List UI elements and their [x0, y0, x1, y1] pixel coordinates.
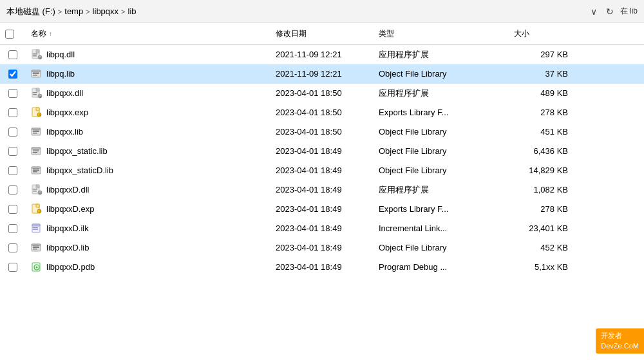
file-name-cell: ⚙ libpqxxD.exp: [26, 204, 270, 215]
file-modified: 2023-04-01 18:50: [270, 108, 374, 117]
file-modified: 2023-04-01 18:49: [270, 243, 374, 252]
file-name: libpq.dll: [46, 50, 75, 59]
table-row[interactable]: libpqxx_staticD.lib 2023-04-01 18:49 Obj…: [0, 161, 644, 180]
breadcrumb-libpqxx[interactable]: libpqxx: [93, 6, 118, 16]
lib-icon: [31, 68, 43, 80]
row-checkbox-cell[interactable]: [0, 89, 26, 98]
file-list: ⚙ libpq.dll 2021-11-09 12:21 应用程序扩展 297 …: [0, 45, 644, 277]
file-type: Exports Library F...: [374, 108, 509, 117]
table-row[interactable]: ⚙ libpqxx.exp 2023-04-01 18:50 Exports L…: [0, 103, 644, 122]
file-name: libpqxx_static.lib: [46, 146, 108, 156]
row-checkbox[interactable]: [8, 185, 17, 194]
row-checkbox-cell[interactable]: [0, 50, 26, 59]
file-type: 应用程序扩展: [374, 184, 509, 196]
table-row[interactable]: libpqxxD.pdb 2023-04-01 18:49 Program De…: [0, 258, 644, 277]
table-row[interactable]: ⚙ libpq.dll 2021-11-09 12:21 应用程序扩展 297 …: [0, 45, 644, 64]
file-modified: 2023-04-01 18:49: [270, 262, 374, 272]
table-row[interactable]: ⚙ libpqxxD.exp 2023-04-01 18:49 Exports …: [0, 200, 644, 219]
file-type: 应用程序扩展: [374, 49, 509, 61]
row-checkbox[interactable]: [8, 50, 17, 59]
row-checkbox[interactable]: [8, 243, 17, 252]
file-modified: 2023-04-01 18:49: [270, 204, 374, 214]
col-size[interactable]: 大小: [509, 26, 573, 42]
row-checkbox[interactable]: [8, 128, 17, 137]
file-name-cell: ⚙ libpqxx.dll: [26, 88, 270, 99]
file-size: 6,436 KB: [509, 146, 573, 156]
file-size: 451 KB: [509, 127, 573, 137]
row-checkbox-cell[interactable]: [0, 224, 26, 233]
dropdown-button[interactable]: ∨: [588, 5, 600, 18]
file-name-cell: libpqxxD.pdb: [26, 261, 270, 273]
file-size: 5,1xx KB: [509, 262, 573, 272]
lib-icon: [31, 126, 43, 138]
file-name: libpqxx.lib: [46, 127, 83, 137]
row-checkbox-cell[interactable]: [0, 128, 26, 137]
row-checkbox[interactable]: [8, 166, 17, 175]
file-size: 452 KB: [509, 243, 573, 252]
svg-rect-11: [32, 70, 41, 72]
breadcrumb-sep-2: >: [86, 8, 90, 15]
table-row[interactable]: libpqxxD.lib 2023-04-01 18:49 Object Fil…: [0, 238, 644, 258]
file-name-cell: libpq.lib: [26, 68, 270, 80]
file-name: libpqxxD.lib: [46, 243, 89, 252]
svg-rect-20: [36, 108, 39, 111]
row-checkbox-cell[interactable]: [0, 243, 26, 252]
col-checkbox[interactable]: [0, 26, 26, 42]
row-checkbox-cell[interactable]: [0, 70, 26, 79]
refresh-button[interactable]: ↻: [603, 5, 616, 18]
row-checkbox[interactable]: [8, 147, 17, 156]
table-row[interactable]: ⚙ libpqxx.dll 2023-04-01 18:50 应用程序扩展 48…: [0, 84, 644, 103]
file-type: Object File Library: [374, 146, 509, 156]
file-name: libpq.lib: [46, 69, 75, 79]
svg-point-60: [36, 266, 38, 268]
breadcrumb-path[interactable]: 本地磁盘 (F:) > temp > libpqxx > lib: [6, 6, 588, 17]
row-checkbox[interactable]: [8, 70, 17, 79]
file-size: 23,401 KB: [509, 223, 573, 233]
lib-icon: [31, 242, 43, 254]
file-size: 278 KB: [509, 108, 573, 117]
table-row[interactable]: libpq.lib 2021-11-09 12:21 Object File L…: [0, 64, 644, 84]
row-checkbox[interactable]: [8, 108, 17, 117]
table-row[interactable]: libpqxx_static.lib 2023-04-01 18:49 Obje…: [0, 142, 644, 161]
row-checkbox-cell[interactable]: [0, 147, 26, 156]
row-checkbox[interactable]: [8, 205, 17, 214]
svg-rect-52: [33, 229, 38, 229]
breadcrumb-local-disk[interactable]: 本地磁盘 (F:): [6, 6, 55, 17]
row-checkbox[interactable]: [8, 89, 17, 98]
file-type: Object File Library: [374, 69, 509, 79]
row-checkbox-cell[interactable]: [0, 166, 26, 175]
svg-rect-51: [33, 227, 38, 228]
table-row[interactable]: ⚙ libpqxxD.dll 2023-04-01 18:49 应用程序扩展 1…: [0, 180, 644, 200]
file-type: Program Debug ...: [374, 262, 509, 272]
svg-rect-16: [33, 94, 37, 95]
file-name: libpqxx_staticD.lib: [46, 166, 113, 175]
svg-rect-25: [33, 131, 39, 132]
col-modified[interactable]: 修改日期: [270, 26, 374, 42]
row-checkbox-cell[interactable]: [0, 185, 26, 194]
table-row[interactable]: libpqxxD.ilk 2023-04-01 18:49 Incrementa…: [0, 219, 644, 238]
svg-rect-46: [36, 204, 39, 207]
row-checkbox-cell[interactable]: [0, 108, 26, 117]
col-name[interactable]: 名称 ↑: [26, 26, 270, 42]
svg-rect-35: [33, 169, 39, 171]
row-checkbox[interactable]: [8, 263, 17, 272]
row-checkbox-cell[interactable]: [0, 263, 26, 272]
file-modified: 2023-04-01 18:50: [270, 88, 374, 98]
select-all-checkbox[interactable]: [5, 30, 14, 39]
row-checkbox[interactable]: [8, 224, 17, 233]
file-name: libpqxxD.pdb: [46, 262, 95, 272]
breadcrumb-lib[interactable]: lib: [128, 6, 137, 16]
svg-rect-36: [33, 171, 37, 173]
row-checkbox-cell[interactable]: [0, 205, 26, 214]
breadcrumb-temp[interactable]: temp: [64, 6, 83, 16]
file-size: 489 KB: [509, 88, 573, 98]
file-type: Object File Library: [374, 127, 509, 137]
file-modified: 2023-04-01 18:49: [270, 185, 374, 194]
exp-icon: ⚙: [31, 107, 43, 118]
file-type: Incremental Link...: [374, 223, 509, 233]
col-type[interactable]: 类型: [374, 26, 509, 42]
table-row[interactable]: libpqxx.lib 2023-04-01 18:50 Object File…: [0, 122, 644, 142]
dll-icon: ⚙: [31, 88, 43, 99]
svg-rect-42: [33, 191, 37, 192]
file-modified: 2021-11-09 12:21: [270, 50, 374, 59]
